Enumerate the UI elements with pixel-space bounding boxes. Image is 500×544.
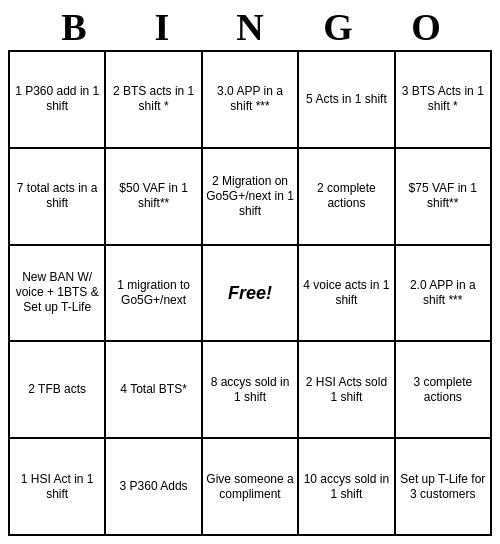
- cell-b1: 1 P360 add in 1 shift: [10, 52, 106, 149]
- cell-i1: 2 BTS acts in 1 shift *: [106, 52, 202, 149]
- bingo-letter-i: I: [118, 8, 206, 46]
- cell-i4: 4 Total BTS*: [106, 342, 202, 439]
- cell-o3: 2.0 APP in a shift ***: [396, 246, 492, 343]
- bingo-letter-g: G: [294, 8, 382, 46]
- cell-b3: New BAN W/ voice + 1BTS & Set up T-Life: [10, 246, 106, 343]
- cell-n3: Free!: [203, 246, 299, 343]
- cell-n2: 2 Migration on Go5G+/next in 1 shift: [203, 149, 299, 246]
- cell-g2: 2 complete actions: [299, 149, 395, 246]
- cell-i5: 3 P360 Adds: [106, 439, 202, 536]
- bingo-header: BINGO: [8, 8, 492, 46]
- cell-g5: 10 accys sold in 1 shift: [299, 439, 395, 536]
- cell-g4: 2 HSI Acts sold 1 shift: [299, 342, 395, 439]
- cell-b4: 2 TFB acts: [10, 342, 106, 439]
- bingo-letter-o: O: [382, 8, 470, 46]
- cell-i2: $50 VAF in 1 shift**: [106, 149, 202, 246]
- bingo-letter-n: N: [206, 8, 294, 46]
- cell-b5: 1 HSI Act in 1 shift: [10, 439, 106, 536]
- cell-o2: $75 VAF in 1 shift**: [396, 149, 492, 246]
- cell-n4: 8 accys sold in 1 shift: [203, 342, 299, 439]
- cell-o1: 3 BTS Acts in 1 shift *: [396, 52, 492, 149]
- cell-o4: 3 complete actions: [396, 342, 492, 439]
- cell-b2: 7 total acts in a shift: [10, 149, 106, 246]
- cell-g3: 4 voice acts in 1 shift: [299, 246, 395, 343]
- bingo-board: 1 P360 add in 1 shift2 BTS acts in 1 shi…: [8, 50, 492, 536]
- cell-g1: 5 Acts in 1 shift: [299, 52, 395, 149]
- cell-o5: Set up T-Life for 3 customers: [396, 439, 492, 536]
- cell-n5: Give someone a compliment: [203, 439, 299, 536]
- cell-i3: 1 migration to Go5G+/next: [106, 246, 202, 343]
- bingo-letter-b: B: [30, 8, 118, 46]
- cell-n1: 3.0 APP in a shift ***: [203, 52, 299, 149]
